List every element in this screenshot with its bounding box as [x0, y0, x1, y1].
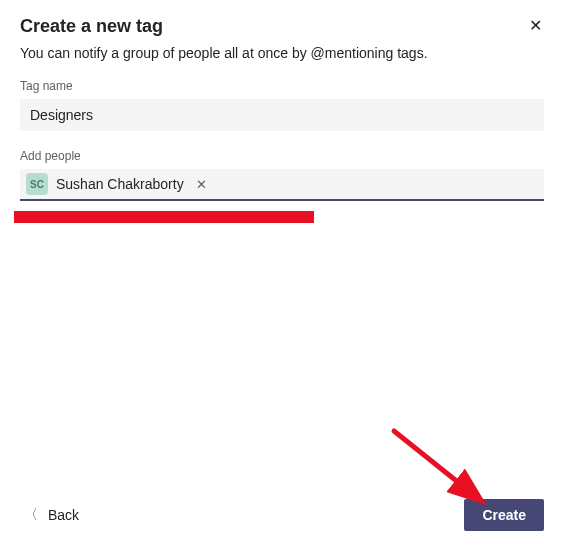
remove-icon: ✕	[196, 177, 207, 192]
person-chip[interactable]: SC Sushan Chakraborty ✕	[26, 173, 209, 195]
close-button[interactable]: ✕	[527, 16, 544, 36]
close-icon: ✕	[529, 17, 542, 34]
add-people-label: Add people	[20, 149, 544, 163]
add-people-input[interactable]: SC Sushan Chakraborty ✕	[20, 169, 544, 201]
back-label: Back	[48, 507, 79, 523]
tag-name-input[interactable]	[20, 99, 544, 131]
remove-person-button[interactable]: ✕	[194, 177, 209, 192]
dialog-title: Create a new tag	[20, 16, 163, 37]
person-name: Sushan Chakraborty	[56, 176, 184, 192]
chevron-left-icon: 〈	[24, 506, 38, 524]
back-button[interactable]: 〈 Back	[20, 502, 83, 528]
avatar: SC	[26, 173, 48, 195]
redaction-bar	[14, 211, 314, 223]
dialog-subtitle: You can notify a group of people all at …	[20, 45, 544, 61]
create-button[interactable]: Create	[464, 499, 544, 531]
tag-name-label: Tag name	[20, 79, 544, 93]
